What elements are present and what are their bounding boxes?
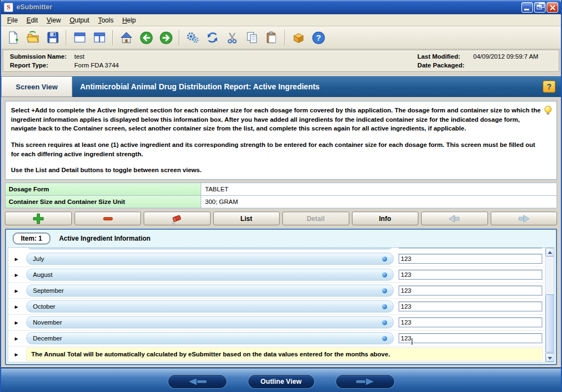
home-button[interactable] (117, 29, 135, 47)
scroll-down-button[interactable] (546, 353, 554, 362)
august-value-input[interactable] (399, 270, 542, 280)
svg-text:?: ? (316, 33, 321, 42)
copy-button[interactable] (243, 29, 261, 47)
minimize-icon (524, 9, 529, 10)
menu-view[interactable]: View (43, 15, 65, 25)
field-indicator-dot (382, 336, 387, 341)
month-label-bar: November (26, 316, 394, 328)
toolbar: ? (1, 26, 561, 49)
row-selector-button[interactable]: ► (8, 336, 25, 342)
toolbar-separator (179, 30, 180, 46)
copy-icon (245, 31, 259, 44)
nav-arrow-right-icon (353, 377, 378, 386)
month-row-november: ► November (8, 315, 544, 331)
new-file-icon (7, 31, 20, 44)
arrow-left-icon (448, 214, 461, 223)
field-indicator-dot (382, 257, 387, 262)
scroll-up-button[interactable] (546, 248, 554, 257)
delete-button[interactable] (144, 212, 211, 225)
menu-edit[interactable]: Edit (22, 15, 42, 25)
row-selector-button[interactable]: ► (8, 288, 25, 294)
row-selector-button[interactable]: ► (8, 304, 25, 310)
content-area: Select +Add to complete the Active Ingre… (1, 97, 561, 367)
split-window-icon (93, 31, 106, 44)
context-help-button[interactable]: ? (543, 81, 555, 93)
detail-button[interactable]: Detail (282, 212, 349, 225)
september-value-input[interactable] (399, 286, 542, 296)
back-button[interactable] (137, 29, 155, 47)
december-value-input[interactable] (399, 333, 542, 343)
paste-icon (265, 31, 279, 44)
refresh-button[interactable] (203, 29, 222, 47)
month-label-bar: August (26, 269, 394, 281)
menu-tools[interactable]: Tools (94, 15, 117, 25)
close-button[interactable] (547, 2, 558, 13)
row-selector-button[interactable]: ► (8, 351, 25, 357)
split-window-button[interactable] (90, 29, 109, 47)
field-indicator-dot (382, 320, 387, 325)
vertical-scrollbar[interactable] (545, 248, 554, 362)
previous-item-button[interactable] (421, 212, 488, 225)
help-button[interactable]: ? (309, 29, 327, 47)
field-row-dosage-form: Dosage Form TABLET (5, 183, 557, 196)
back-icon (139, 31, 154, 45)
july-value-input[interactable] (399, 254, 542, 264)
month-bar (26, 248, 394, 249)
scissors-icon (225, 31, 239, 44)
arrow-right-icon (517, 214, 530, 223)
menu-help[interactable]: Help (118, 15, 140, 25)
save-icon (46, 31, 60, 44)
tab-screen-view[interactable]: Screen View (1, 76, 72, 97)
esubmitter-window: S eSubmitter File Edit View Output Tools… (0, 0, 562, 392)
row-selector-button[interactable]: ► (8, 272, 25, 278)
remove-button[interactable] (75, 212, 141, 225)
connections-button[interactable] (184, 29, 202, 47)
add-button[interactable] (5, 212, 72, 225)
minimize-button[interactable] (521, 2, 533, 13)
home-icon (120, 31, 133, 44)
menu-file[interactable]: File (3, 15, 21, 25)
row-selector-button[interactable]: ► (8, 320, 25, 326)
cut-button[interactable] (223, 29, 241, 47)
dosage-form-value: TABLET (201, 183, 557, 195)
instructions-paragraph-3: Use the List and Detail buttons to toggl… (11, 166, 541, 175)
info-button[interactable]: Info (352, 212, 419, 225)
scrollbar-thumb[interactable] (546, 294, 554, 353)
outline-view-button[interactable]: Outline View (248, 375, 314, 388)
title-bar: S eSubmitter (1, 0, 561, 14)
november-value-input[interactable] (399, 317, 542, 327)
previous-screen-button[interactable] (168, 375, 226, 388)
paste-button[interactable] (263, 29, 281, 47)
last-modified-label: Last Modified: (417, 53, 464, 60)
month-value-input[interactable] (399, 248, 542, 248)
list-button[interactable]: List (213, 212, 280, 225)
new-file-button[interactable] (4, 29, 22, 47)
month-label-bar: July (26, 253, 394, 265)
report-type-value: Form FDA 3744 (75, 62, 151, 69)
restore-button[interactable] (534, 2, 546, 13)
forward-icon (159, 31, 173, 45)
refresh-icon (206, 31, 219, 44)
package-icon (292, 31, 305, 44)
menu-bar: File Edit View Output Tools Help (1, 14, 561, 26)
field-indicator-dot (382, 304, 387, 309)
plus-icon (32, 212, 44, 225)
next-item-button[interactable] (491, 212, 558, 225)
october-value-input[interactable] (399, 302, 542, 311)
month-label: September (33, 287, 64, 294)
save-button[interactable] (44, 29, 62, 47)
next-screen-button[interactable] (336, 375, 394, 388)
package-button[interactable] (289, 29, 308, 47)
item-number-badge: Item: 1 (13, 232, 50, 245)
forward-button[interactable] (157, 29, 175, 47)
menu-output[interactable]: Output (66, 15, 93, 25)
submission-name-value: test (75, 53, 151, 60)
row-selector-button[interactable]: ► (8, 256, 25, 262)
month-row-october: ► October (8, 299, 544, 315)
lightbulb-icon (544, 106, 552, 113)
context-fields: Dosage Form TABLET Container Size and Co… (5, 183, 557, 208)
open-button[interactable] (24, 29, 42, 47)
month-label: July (33, 255, 44, 262)
report-type-label: Report Type: (10, 62, 67, 69)
single-window-button[interactable] (71, 29, 89, 47)
